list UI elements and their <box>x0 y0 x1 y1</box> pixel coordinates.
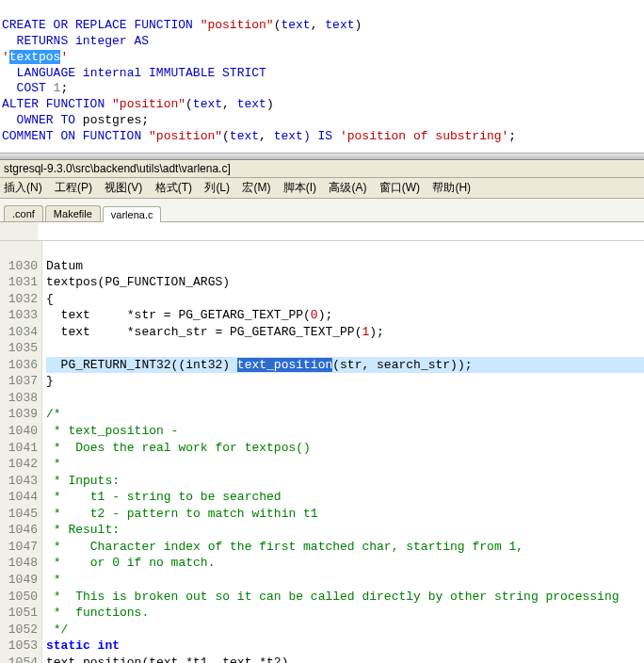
sql-str: ' <box>2 50 9 64</box>
sql-str: "position" <box>201 18 274 32</box>
sql-punct: ; <box>141 113 149 127</box>
sql-punct: ; <box>60 81 68 95</box>
sql-type: text <box>325 18 354 32</box>
ruler-row: 10 20 30 40 50 60 70 80 <box>0 222 644 241</box>
sql-type: integer <box>75 34 127 48</box>
menu-format[interactable]: 格式(T) <box>155 181 192 194</box>
code-comment: * <box>46 573 61 587</box>
menu-window[interactable]: 窗口(W) <box>379 181 420 194</box>
code-line-highlighted: PG_RETURN_INT32((int32) text_position(st… <box>46 357 644 374</box>
sql-type: text <box>237 97 266 111</box>
pane-divider[interactable] <box>0 153 644 160</box>
sql-kw: IMMUTABLE STRICT <box>141 66 266 80</box>
tab-makefile[interactable]: Makefile <box>45 205 101 221</box>
sql-punct: , <box>311 18 326 32</box>
code-comment: * functions. <box>46 606 149 620</box>
ruler-gutter <box>0 222 38 240</box>
tab-conf[interactable]: .conf <box>4 205 43 221</box>
code-comment: /* <box>46 407 61 421</box>
sql-ident: postgres <box>83 113 141 127</box>
menu-macro[interactable]: 宏(M) <box>242 181 270 194</box>
sql-kw: COMMENT ON FUNCTION <box>2 129 149 143</box>
sql-type: text <box>281 18 310 32</box>
code-line: text *str = PG_GETARG_TEXT_PP(0); <box>46 308 332 322</box>
code-area[interactable]: Datum textpos(PG_FUNCTION_ARGS) { text *… <box>42 241 644 663</box>
code-line: } <box>46 374 54 388</box>
sql-kw: ALTER FUNCTION <box>2 97 112 111</box>
sql-kw: COST <box>2 81 54 95</box>
code-line: text *search_str = PG_GETARG_TEXT_PP(1); <box>46 325 384 339</box>
menu-help[interactable]: 帮助(H) <box>432 181 471 194</box>
code-comment: * Inputs: <box>46 474 120 488</box>
sql-pane: CREATE OR REPLACE FUNCTION "position"(te… <box>0 0 644 153</box>
sql-str: "position" <box>149 129 222 143</box>
code-comment: * Result: <box>46 523 120 537</box>
code-comment: * or 0 if no match. <box>46 556 215 570</box>
code-line: textpos(PG_FUNCTION_ARGS) <box>46 275 230 289</box>
menu-view[interactable]: 视图(V) <box>105 181 142 194</box>
menu-column[interactable]: 列(L) <box>204 181 230 194</box>
sql-ident: internal <box>83 66 141 80</box>
code-comment: * <box>46 457 61 471</box>
code-line: Datum <box>46 259 83 273</box>
menu-bar: 插入(N) 工程(P) 视图(V) 格式(T) 列(L) 宏(M) 脚本(I) … <box>0 178 644 199</box>
menu-script[interactable]: 脚本(I) <box>283 181 316 194</box>
code-line: text_position(text *t1, text *t2) <box>46 655 288 663</box>
sql-punct: , <box>222 97 237 111</box>
code-comment: * Does the real work for textpos() <box>46 441 311 455</box>
sql-kw: LANGUAGE <box>2 66 83 80</box>
code-line: static int <box>46 639 120 653</box>
search-match: text_position <box>237 358 332 372</box>
sql-punct: , <box>259 129 274 143</box>
sql-punct: ( <box>185 97 193 111</box>
code-comment: * t1 - string to be searched <box>46 490 282 504</box>
code-editor[interactable]: 1030 1031 1032 1033 1034 1035 1036 1037 … <box>0 241 644 663</box>
code-comment: * t2 - pattern to match within t1 <box>46 507 318 521</box>
code-comment: */ <box>46 623 68 637</box>
menu-advanced[interactable]: 高级(A) <box>329 181 366 194</box>
sql-str: 'position of substring' <box>340 129 508 143</box>
code-comment: * This is broken out so it can be called… <box>46 590 620 604</box>
sql-kw: RETURNS <box>2 34 75 48</box>
code-line: { <box>46 292 54 306</box>
sql-kw: CREATE OR REPLACE FUNCTION <box>2 18 201 32</box>
sql-punct: ) <box>355 18 362 32</box>
sql-kw: ) IS <box>303 129 340 143</box>
sql-str: "position" <box>112 97 185 111</box>
tab-varlena[interactable]: varlena.c <box>103 206 162 222</box>
window-titlebar: stgresql-9.3.0\src\backend\utils\adt\var… <box>0 160 644 178</box>
line-gutter: 1030 1031 1032 1033 1034 1035 1036 1037 … <box>0 241 42 663</box>
sql-type: text <box>193 97 222 111</box>
sql-punct: ( <box>222 129 230 143</box>
menu-project[interactable]: 工程(P) <box>55 181 92 194</box>
sql-str: ' <box>60 50 68 64</box>
sql-kw: OWNER TO <box>2 113 83 127</box>
sql-selection: textpos <box>9 50 61 64</box>
sql-kw: AS <box>127 34 149 48</box>
sql-type: text <box>230 129 259 143</box>
tab-strip: .conf Makefile varlena.c <box>0 199 644 222</box>
code-comment: * Character index of the first matched c… <box>46 540 523 554</box>
sql-punct: ) <box>266 97 274 111</box>
sql-type: text <box>274 129 303 143</box>
code-comment: * text_position - <box>46 424 178 438</box>
menu-insert[interactable]: 插入(N) <box>4 181 42 194</box>
sql-punct: ; <box>508 129 516 143</box>
